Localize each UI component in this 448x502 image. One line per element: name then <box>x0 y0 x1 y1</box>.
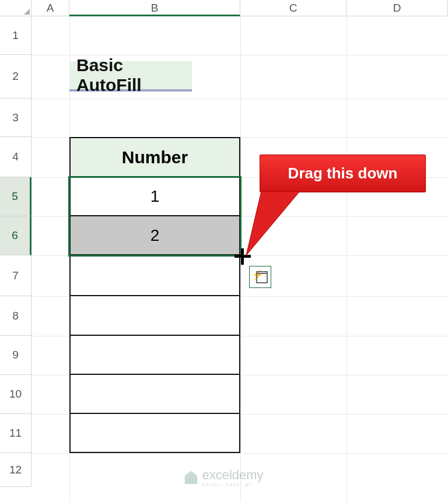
cell-b7[interactable] <box>69 255 240 296</box>
row-header-9[interactable]: 9 <box>0 336 32 375</box>
col-header-c[interactable]: C <box>240 0 346 16</box>
watermark: exceldemy EXCEL · DATA · BI <box>184 468 263 487</box>
data-table: Number 1 2 <box>69 137 240 453</box>
watermark-icon <box>184 471 197 484</box>
cell-b11[interactable] <box>69 414 240 453</box>
col-header-b[interactable]: B <box>69 0 240 16</box>
row-header-column: 1 2 3 4 5 6 7 8 9 10 11 12 <box>0 16 32 487</box>
title-cell[interactable]: Basic AutoFill <box>69 61 192 92</box>
cell-b10[interactable] <box>69 375 240 414</box>
row-header-12[interactable]: 12 <box>0 453 32 487</box>
row-header-10[interactable]: 10 <box>0 375 32 414</box>
table-header[interactable]: Number <box>69 137 240 177</box>
cell-area[interactable]: Basic AutoFill Number 1 2 ⚡ <box>32 16 448 502</box>
row-header-7[interactable]: 7 <box>0 255 32 296</box>
row-header-8[interactable]: 8 <box>0 296 32 336</box>
column-header-row: A B C D <box>0 0 448 16</box>
row-header-3[interactable]: 3 <box>0 99 32 137</box>
row-header-6[interactable]: 6 <box>0 216 32 255</box>
cell-b9[interactable] <box>69 336 240 375</box>
quick-analysis-icon: ⚡ <box>253 271 268 283</box>
cell-b5[interactable]: 1 <box>69 177 240 216</box>
spreadsheet-grid: A B C D 1 2 3 4 5 6 7 8 9 10 11 12 <box>0 0 448 502</box>
select-all-corner[interactable] <box>0 0 32 16</box>
col-header-d[interactable]: D <box>346 0 448 16</box>
row-header-2[interactable]: 2 <box>0 55 32 99</box>
cell-b8[interactable] <box>69 296 240 336</box>
cell-b6[interactable]: 2 <box>69 216 240 255</box>
row-header-1[interactable]: 1 <box>0 16 32 55</box>
svg-marker-0 <box>246 191 300 255</box>
row-header-11[interactable]: 11 <box>0 414 32 453</box>
title-text: Basic AutoFill <box>76 55 192 95</box>
callout-annotation: Drag this down <box>260 155 426 192</box>
col-header-a[interactable]: A <box>32 0 69 16</box>
watermark-tagline: EXCEL · DATA · BI <box>202 483 263 487</box>
callout-text: Drag this down <box>288 164 398 182</box>
quick-analysis-button[interactable]: ⚡ <box>249 266 271 288</box>
callout-tail <box>242 191 312 258</box>
row-header-4[interactable]: 4 <box>0 137 32 177</box>
watermark-brand: exceldemy <box>202 468 263 483</box>
row-header-5[interactable]: 5 <box>0 177 32 216</box>
